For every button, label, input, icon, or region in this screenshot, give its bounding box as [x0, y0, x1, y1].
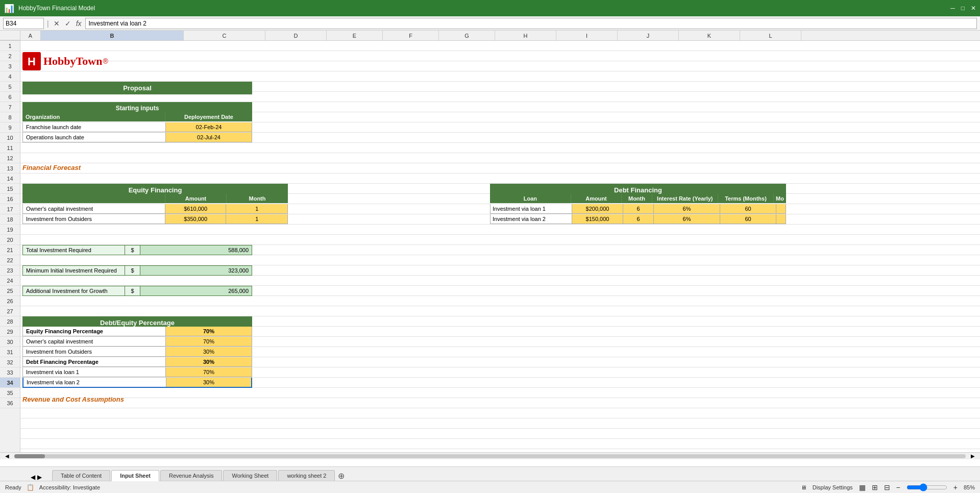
row-25: 25: [0, 286, 20, 296]
additional-investment-label: Additional Investment for Growth: [23, 286, 125, 295]
row-numbers: 1 2 3 4 5 6 7 8 9 10 11 12 13 14 15 16 1…: [0, 41, 20, 452]
de-row-loan2[interactable]: Investment via loan 2 30%: [22, 378, 252, 388]
row-13: 13: [0, 163, 20, 174]
view-normal-btn[interactable]: ▦: [859, 483, 866, 491]
tab-working-sheet[interactable]: Working Sheet: [223, 470, 277, 481]
equity-month-col: Month: [227, 194, 288, 203]
row-20: 20: [0, 235, 20, 245]
scroll-thumb[interactable]: [14, 454, 45, 458]
insert-function-btn[interactable]: fx: [75, 19, 83, 28]
confirm-formula-btn[interactable]: ✓: [63, 19, 72, 28]
cells-area[interactable]: H HobbyTown ® Proposal Starting inputs O…: [20, 41, 980, 452]
accessibility-label[interactable]: Accessibility: Investigate: [39, 484, 100, 490]
tab-input-sheet[interactable]: Input Sheet: [111, 470, 159, 481]
additional-investment-dollar: $: [125, 286, 140, 295]
maximize-btn[interactable]: □: [961, 5, 965, 12]
prev-sheet-btn[interactable]: ◀: [31, 474, 35, 481]
row-34: 34: [0, 378, 20, 388]
horizontal-scrollbar[interactable]: ◀ ▶: [0, 452, 980, 459]
col-header-k[interactable]: K: [679, 31, 740, 40]
row-11: 11: [0, 143, 20, 153]
row-17: 17: [0, 204, 20, 214]
operations-launch-row: Operations launch date 02-Jul-24: [22, 133, 252, 142]
app-title: HobbyTown Financial Model: [18, 5, 95, 12]
total-investment-dollar: $: [125, 245, 140, 255]
col-header-j[interactable]: J: [618, 31, 679, 40]
de-owners-value: 70%: [166, 337, 252, 346]
tab-working-sheet-2[interactable]: working sheet 2: [278, 470, 335, 481]
row-14: 14: [0, 174, 20, 184]
row-8: 8: [0, 112, 20, 122]
row-3: 3: [0, 61, 20, 71]
row-22: 22: [0, 255, 20, 265]
row-4: 4: [0, 71, 20, 82]
tab-table-of-content[interactable]: Table of Content: [52, 470, 110, 481]
col-header-g[interactable]: G: [439, 31, 495, 40]
de-outsiders-label: Investment from Outsiders: [23, 347, 166, 356]
row-28: 28: [0, 316, 20, 327]
formula-input[interactable]: [85, 18, 977, 29]
cancel-formula-btn[interactable]: ✕: [52, 19, 61, 28]
col-header-d[interactable]: D: [265, 31, 327, 40]
title-bar: 📊 HobbyTown Financial Model ─ □ ✕: [0, 0, 980, 16]
debt-loan1-rate: 6%: [654, 204, 720, 213]
formula-bar: | ✕ ✓ fx: [0, 16, 980, 31]
display-settings-icon: 🖥: [801, 484, 806, 490]
equity-amount-col: Amount: [165, 194, 227, 203]
zoom-out-btn[interactable]: −: [896, 483, 900, 491]
scroll-left-btn[interactable]: ◀: [2, 453, 12, 459]
row-2: 2: [0, 51, 20, 61]
display-settings-label[interactable]: Display Settings: [813, 484, 853, 490]
tab-revenue-analysis[interactable]: Revenue Analysis: [160, 470, 222, 481]
status-bar: Ready 📋 Accessibility: Investigate 🖥 Dis…: [0, 481, 980, 493]
minimize-btn[interactable]: ─: [950, 5, 955, 12]
cell-reference-box[interactable]: [3, 18, 44, 29]
row-1: 1: [0, 41, 20, 51]
zoom-in-btn[interactable]: +: [953, 483, 958, 491]
row-5: 5: [0, 82, 20, 92]
col-header-c[interactable]: C: [184, 31, 265, 40]
cell-mode-icon: 📋: [27, 484, 34, 491]
row-16: 16: [0, 194, 20, 204]
de-loan1-value: 70%: [166, 367, 252, 377]
row-36: 36: [0, 398, 20, 408]
de-row-equity-pct: Equity Financing Percentage 70%: [22, 327, 252, 336]
owners-capital-amount: $610,000: [165, 204, 227, 213]
next-sheet-btn[interactable]: ▶: [37, 474, 42, 481]
equity-pct-value: 70%: [166, 327, 252, 336]
scroll-right-btn[interactable]: ▶: [968, 453, 978, 459]
total-investment-value: 588,000: [140, 245, 252, 255]
additional-investment-row: Additional Investment for Growth $ 265,0…: [22, 286, 252, 296]
col-header-f[interactable]: F: [383, 31, 439, 40]
row-30: 30: [0, 337, 20, 347]
scroll-track[interactable]: [14, 454, 966, 458]
view-page-break-btn[interactable]: ⊟: [884, 483, 890, 491]
debt-col-amount: Amount: [571, 194, 622, 203]
total-investment-row: Total Investment Required $ 588,000: [22, 245, 252, 255]
hobbytown-logo: H HobbyTown ®: [22, 52, 108, 70]
close-btn[interactable]: ✕: [971, 5, 976, 12]
franchise-label: Franchise launch date: [23, 122, 166, 132]
de-owners-label: Owner's capital investment: [23, 337, 166, 346]
operations-value: 02-Jul-24: [166, 133, 252, 142]
col-header-e[interactable]: E: [327, 31, 383, 40]
view-layout-btn[interactable]: ⊞: [872, 483, 878, 491]
col-header-h[interactable]: H: [495, 31, 556, 40]
col-header-a[interactable]: A: [20, 31, 41, 40]
equity-pct-label: Equity Financing Percentage: [23, 327, 166, 336]
zoom-slider[interactable]: [906, 483, 947, 491]
debt-loan1-mo: [776, 204, 786, 213]
col-header-b[interactable]: B: [41, 31, 184, 40]
col-header-i[interactable]: I: [556, 31, 618, 40]
row-21: 21: [0, 245, 20, 255]
col-header-l[interactable]: L: [740, 31, 801, 40]
debt-loan2-row: Investment via loan 2 $150,000 6 6% 60: [490, 214, 786, 224]
sheet-tabs: ◀ ▶ Table of Content Input Sheet Revenue…: [0, 467, 980, 481]
debt-loan2-amount: $150,000: [572, 214, 623, 224]
row-29: 29: [0, 327, 20, 337]
row-23: 23: [0, 265, 20, 276]
min-investment-dollar: $: [125, 266, 140, 275]
title-bar-right: ─ □ ✕: [950, 5, 976, 12]
add-sheet-btn[interactable]: ⊕: [338, 471, 345, 481]
total-investment-label: Total Investment Required: [23, 245, 125, 255]
